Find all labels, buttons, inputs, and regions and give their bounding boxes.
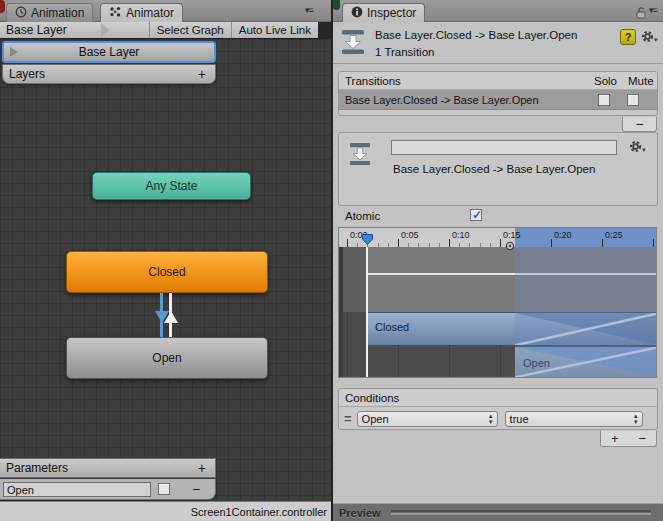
tab-animator[interactable]: Animator xyxy=(100,3,183,22)
tab-animator-label: Animator xyxy=(126,6,174,20)
ruler-tick xyxy=(347,239,348,247)
preview-label: Preview xyxy=(339,507,381,519)
atomic-checkbox[interactable] xyxy=(470,209,482,221)
controller-path-label: Screen1Container.controller xyxy=(191,506,327,518)
state-machine-graph[interactable]: Base Layer Layers + Any State Closed Ope… xyxy=(0,39,331,501)
remove-parameter-button[interactable]: − xyxy=(192,484,200,494)
atomic-row: Atomic xyxy=(338,209,658,225)
transition-start-handle[interactable] xyxy=(505,237,515,255)
parameter-row: − xyxy=(0,479,216,500)
conditions-section: Conditions = Open ▲▼ true ▲▼ xyxy=(338,388,658,430)
animator-panel: Animation Animator ▾≡ Base Layer Select … xyxy=(0,0,331,521)
any-state-label: Any State xyxy=(145,179,197,193)
layer-row-label: Base Layer xyxy=(79,45,140,59)
remove-condition-button[interactable]: − xyxy=(638,434,646,444)
inspector-header: Base Layer.Closed -> Base Layer.Open 1 T… xyxy=(333,22,663,64)
lock-icon[interactable] xyxy=(635,5,647,23)
inspector-subtitle: 1 Transition xyxy=(375,46,434,58)
open-state-label: Open xyxy=(152,351,181,365)
drag-handle-icon[interactable]: = xyxy=(344,411,352,426)
dock-indicator-green xyxy=(333,0,340,10)
transition-icon-small xyxy=(349,142,371,170)
playhead-icon[interactable] xyxy=(361,232,374,250)
timeline-preroll-band xyxy=(339,247,367,312)
condition-row: = Open ▲▼ true ▲▼ xyxy=(339,407,657,430)
ruler-tick xyxy=(398,239,399,247)
transition-zone-tint xyxy=(515,247,657,378)
inspector-tabbar: Inspector ▾≡ xyxy=(333,0,663,22)
conditions-section-header: Conditions xyxy=(339,389,657,407)
mute-column-label: Mute xyxy=(628,75,654,87)
transition-timeline: Closed Open 0:000:050:100:150:200:251:00 xyxy=(338,227,657,378)
transition-arrowhead-up xyxy=(164,311,178,323)
transition-name-field[interactable] xyxy=(391,140,617,155)
add-parameter-button[interactable]: + xyxy=(198,463,206,473)
parameters-header: Parameters + xyxy=(0,458,216,478)
add-condition-button[interactable]: + xyxy=(611,434,619,444)
inspector-panel: Inspector ▾≡ Base Layer.Closed -> Base L… xyxy=(333,0,663,521)
transition-detail-label: Base Layer.Closed -> Base Layer.Open xyxy=(393,163,595,175)
transition-row-label: Base Layer.Closed -> Base Layer.Open xyxy=(345,94,539,106)
inspector-title: Base Layer.Closed -> Base Layer.Open xyxy=(375,29,577,41)
parameters-header-label: Parameters xyxy=(6,461,68,475)
solo-column-label: Solo xyxy=(594,75,617,87)
ruler-tick xyxy=(602,239,603,247)
ruler-tick-label: 0:10 xyxy=(452,230,470,240)
state-node-any-state[interactable]: Any State xyxy=(92,172,251,200)
breadcrumb-chevron-icon xyxy=(101,23,110,38)
parameter-value-checkbox[interactable] xyxy=(158,483,170,495)
transitions-section: Transitions Solo Mute Base Layer.Closed … xyxy=(338,71,658,116)
ruler-tick-label: 0:25 xyxy=(605,230,623,240)
detail-gear-icon[interactable]: ▾ xyxy=(629,140,646,154)
parameter-name-field[interactable] xyxy=(3,482,151,497)
condition-buttons: + − xyxy=(600,430,657,447)
ruler-tick-label: 1:00 xyxy=(656,230,657,240)
condition-parameter-dropdown[interactable]: Open ▲▼ xyxy=(357,411,498,427)
timeline-body[interactable]: Closed Open xyxy=(339,247,657,378)
preview-section-header[interactable]: Preview xyxy=(333,503,663,521)
transition-list-row[interactable]: Base Layer.Closed -> Base Layer.Open xyxy=(339,90,657,110)
condition-value: true xyxy=(510,413,529,425)
preview-drag-handle[interactable] xyxy=(391,510,651,515)
condition-value-dropdown[interactable]: true ▲▼ xyxy=(505,411,643,427)
timeline-left-margin xyxy=(339,247,343,378)
timeline-closed-label: Closed xyxy=(375,321,409,333)
tab-animation[interactable]: Animation xyxy=(6,3,93,22)
add-layer-button[interactable]: + xyxy=(198,69,206,79)
tab-animation-label: Animation xyxy=(31,6,84,20)
play-triangle-icon xyxy=(10,47,18,57)
help-icon[interactable]: ? xyxy=(620,29,636,45)
animator-icon xyxy=(109,6,122,21)
unity-editor-window: Animation Animator ▾≡ Base Layer Select … xyxy=(0,0,663,521)
auto-live-link-button[interactable]: Auto Live Link xyxy=(231,22,318,38)
solo-checkbox[interactable] xyxy=(598,94,610,106)
dropdown-arrows-icon: ▲▼ xyxy=(488,413,494,425)
transition-detail-box: ▾ Base Layer.Closed -> Base Layer.Open xyxy=(338,132,658,206)
select-graph-button[interactable]: Select Graph xyxy=(149,22,231,38)
transitions-header-label: Transitions xyxy=(345,75,401,87)
tab-inspector[interactable]: Inspector xyxy=(342,3,425,22)
ruler-tick xyxy=(449,239,450,247)
ruler-tick-label: 0:05 xyxy=(401,230,419,240)
inspector-menu-icon[interactable]: ▾≡ xyxy=(649,5,657,15)
state-node-closed[interactable]: Closed xyxy=(66,251,268,293)
mute-checkbox[interactable] xyxy=(627,94,639,106)
panel-menu-icon[interactable]: ▾≡ xyxy=(305,5,313,15)
transition-icon xyxy=(341,29,365,59)
layers-header: Layers + xyxy=(2,64,216,84)
clock-icon xyxy=(15,6,27,21)
remove-transition-button-container: − xyxy=(622,116,657,132)
ruler-tick xyxy=(500,239,501,247)
breadcrumb[interactable]: Base Layer xyxy=(0,22,73,38)
toolbar-endcap xyxy=(318,22,331,39)
playhead-line[interactable] xyxy=(366,247,368,378)
remove-transition-button[interactable]: − xyxy=(635,119,643,129)
transitions-section-header: Transitions Solo Mute xyxy=(339,72,657,90)
state-node-open[interactable]: Open xyxy=(66,337,268,379)
tab-inspector-label: Inspector xyxy=(367,6,416,20)
layer-row-base-layer[interactable]: Base Layer xyxy=(2,41,216,63)
closed-state-label: Closed xyxy=(148,265,185,279)
gear-icon[interactable]: ▾ xyxy=(641,30,658,44)
ruler-tick xyxy=(653,239,654,247)
timeline-ruler[interactable]: 0:000:050:100:150:200:251:00 xyxy=(339,228,657,247)
